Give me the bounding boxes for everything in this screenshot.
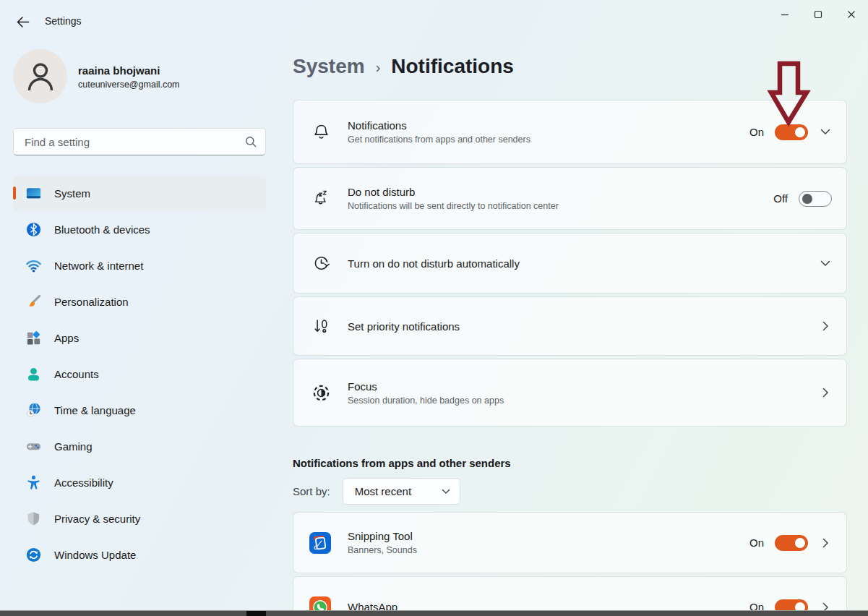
card-subtitle: Get notifications from apps and other se… — [348, 134, 530, 145]
sidebar-item-label: System — [54, 187, 90, 200]
sidebar-item-system[interactable]: System — [13, 176, 266, 210]
close-icon — [847, 10, 856, 19]
bell-icon — [311, 122, 331, 142]
breadcrumb-separator-icon: › — [376, 57, 381, 76]
settings-window: Settings — [0, 0, 868, 616]
sidebar-item-accounts[interactable]: Accounts — [13, 356, 266, 391]
search-icon — [245, 136, 257, 147]
sort-dropdown[interactable]: Most recent — [343, 478, 460, 505]
title-bar: Settings — [0, 0, 868, 33]
clock-history-icon — [311, 254, 331, 273]
windows-update-icon — [25, 546, 42, 563]
do-not-disturb-toggle[interactable] — [799, 191, 832, 207]
toggle-knob — [795, 538, 805, 548]
privacy-icon — [25, 510, 42, 527]
snipping-tool-toggle[interactable] — [775, 535, 808, 551]
toggle-knob — [795, 127, 805, 137]
sidebar-item-label: Personalization — [54, 296, 129, 308]
chevron-down-icon[interactable] — [819, 260, 832, 267]
sidebar-item-personalization[interactable]: Personalization — [13, 284, 266, 319]
taskbar-sliver-block — [246, 611, 266, 616]
sort-by-label: Sort by: — [293, 485, 330, 497]
card-focus[interactable]: Focus Session duration, hide badges on a… — [293, 359, 847, 427]
sidebar-item-privacy-security[interactable]: Privacy & security — [13, 501, 266, 536]
sidebar-item-label: Time & language — [54, 404, 136, 416]
maximize-button[interactable] — [802, 0, 835, 29]
card-do-not-disturb[interactable]: Do not disturb Notifications will be sen… — [293, 167, 847, 230]
close-button[interactable] — [835, 0, 868, 29]
minimize-button[interactable] — [768, 0, 802, 29]
sidebar-item-label: Privacy & security — [54, 513, 140, 525]
sidebar-item-label: Accounts — [54, 368, 99, 380]
time-language-icon — [25, 401, 42, 419]
accessibility-icon — [25, 474, 42, 491]
gaming-icon — [25, 437, 42, 455]
sidebar-item-label: Windows Update — [54, 549, 136, 561]
system-icon — [25, 184, 42, 202]
back-arrow-icon — [16, 16, 30, 28]
sort-dropdown-value: Most recent — [355, 485, 439, 497]
card-title: Focus — [348, 380, 504, 393]
sidebar-item-label: Gaming — [54, 440, 93, 453]
sidebar-item-time-language[interactable]: Time & language — [13, 393, 266, 427]
snipping-tool-icon — [309, 532, 331, 554]
accounts-icon — [25, 365, 42, 382]
sidebar-item-label: Network & internet — [54, 260, 143, 272]
sidebar-item-label: Bluetooth & devices — [54, 223, 150, 236]
minimize-icon — [781, 10, 789, 19]
sidebar-item-accessibility[interactable]: Accessibility — [13, 465, 266, 500]
app-name: Snipping Tool — [348, 530, 417, 542]
bell-sleep-icon — [311, 189, 331, 208]
profile-name: raaina bhojwani — [78, 64, 160, 77]
card-notifications[interactable]: Notifications Get notifications from app… — [293, 100, 847, 164]
person-icon — [26, 61, 55, 92]
sidebar-item-apps[interactable]: Apps — [13, 320, 266, 355]
page-title: Notifications — [391, 55, 514, 78]
sidebar-item-bluetooth-devices[interactable]: Bluetooth & devices — [13, 212, 266, 247]
breadcrumb: System › Notifications — [293, 49, 847, 84]
user-profile: raaina bhojwani cuteuniverse@gmail.com — [13, 49, 273, 107]
card-title: Turn on do not disturb automatically — [348, 257, 520, 270]
app-row-snipping-tool[interactable]: Snipping Tool Banners, Sounds On — [293, 512, 847, 573]
card-priority-notifications[interactable]: Set priority notifications — [293, 296, 847, 356]
chevron-right-icon[interactable] — [819, 538, 832, 548]
toggle-state-label: Off — [773, 192, 788, 205]
chevron-down-icon — [439, 489, 452, 495]
sort-row: Sort by: Most recent — [293, 478, 847, 505]
network-icon — [25, 257, 42, 274]
card-title: Set priority notifications — [348, 320, 460, 333]
priority-notifications-icon — [311, 317, 331, 336]
sidebar-item-network-internet[interactable]: Network & internet — [13, 248, 266, 283]
card-title: Notifications — [348, 119, 530, 132]
sidebar-item-windows-update[interactable]: Windows Update — [13, 537, 266, 572]
card-dnd-automatic[interactable]: Turn on do not disturb automatically — [293, 233, 847, 294]
avatar[interactable] — [13, 49, 67, 103]
app-subtitle: Banners, Sounds — [348, 545, 417, 555]
breadcrumb-parent[interactable]: System — [293, 55, 365, 78]
app-title: Settings — [45, 15, 82, 27]
personalization-icon — [25, 293, 42, 310]
card-title: Do not disturb — [348, 186, 559, 198]
apps-section-header: Notifications from apps and other sender… — [293, 457, 847, 469]
card-subtitle: Notifications will be sent directly to n… — [348, 201, 559, 211]
sidebar-item-gaming[interactable]: Gaming — [13, 429, 266, 463]
window-controls — [768, 0, 868, 29]
chevron-down-icon[interactable] — [819, 129, 832, 135]
search-input[interactable] — [23, 135, 245, 149]
chevron-right-icon[interactable] — [819, 321, 832, 331]
main-content: System › Notifications Notifications Get… — [293, 49, 847, 616]
profile-email: cuteuniverse@gmail.com — [78, 80, 180, 90]
sidebar-item-label: Apps — [54, 332, 79, 344]
chevron-right-icon[interactable] — [819, 388, 832, 398]
toggle-state-label: On — [749, 126, 764, 138]
back-button[interactable] — [13, 12, 32, 31]
apps-icon — [25, 329, 42, 346]
maximize-icon — [814, 10, 822, 19]
focus-icon — [311, 383, 331, 403]
sidebar-item-label: Accessibility — [54, 476, 113, 489]
sidebar-nav: System Bluetooth & devices Network & — [13, 176, 266, 573]
notifications-toggle[interactable] — [775, 124, 808, 140]
bluetooth-icon — [25, 221, 42, 238]
toggle-state-label: On — [749, 536, 764, 549]
search-box[interactable] — [13, 128, 266, 155]
